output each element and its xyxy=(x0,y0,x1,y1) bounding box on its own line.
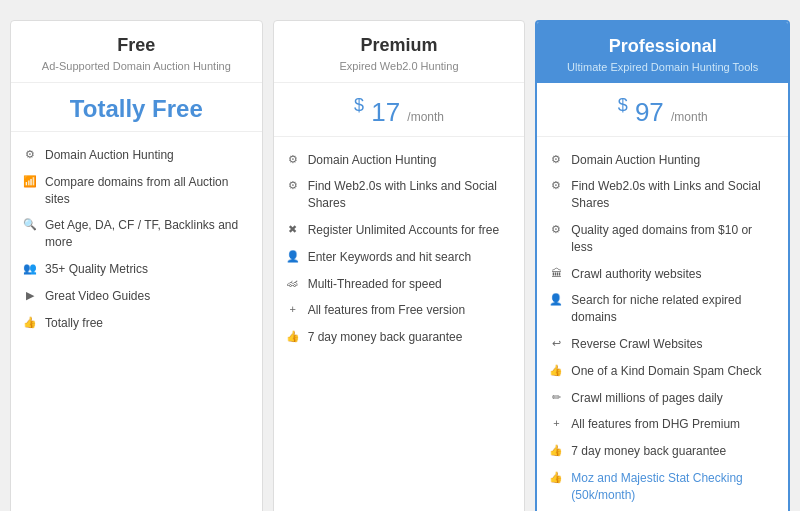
list-item: ⚙ Find Web2.0s with Links and Social Sha… xyxy=(286,173,513,217)
plan-subtitle-premium: Expired Web2.0 Hunting xyxy=(284,60,515,72)
feature-label: Moz and Majestic Stat Checking (50k/mont… xyxy=(571,470,776,504)
plan-header-premium: Premium Expired Web2.0 Hunting xyxy=(274,21,525,83)
settings-icon: ⚙ xyxy=(549,223,563,236)
price-period: /month xyxy=(407,110,444,124)
moz-majestic-link[interactable]: Moz and Majestic Stat Checking (50k/mont… xyxy=(571,471,742,502)
feature-label: Find Web2.0s with Links and Social Share… xyxy=(571,178,776,212)
settings-icon: ⚙ xyxy=(549,153,563,166)
list-item: 👤 Search for niche related expired domai… xyxy=(549,287,776,331)
thumbsup-icon: 👍 xyxy=(549,444,563,457)
price-amount: 97 xyxy=(635,97,664,127)
plan-price-free: Totally Free xyxy=(11,83,262,132)
settings-icon: ⚙ xyxy=(286,153,300,166)
list-item: 👍 7 day money back guarantee xyxy=(549,438,776,465)
plan-features-free: ⚙ Domain Auction Hunting 📶 Compare domai… xyxy=(11,132,262,511)
feature-label: 7 day money back guarantee xyxy=(571,443,776,460)
price-period: /month xyxy=(671,110,708,124)
feature-label: Great Video Guides xyxy=(45,288,250,305)
thumbsup-icon: 👍 xyxy=(286,330,300,343)
plan-features-premium: ⚙ Domain Auction Hunting ⚙ Find Web2.0s … xyxy=(274,137,525,511)
feature-label: Compare domains from all Auction sites xyxy=(45,174,250,208)
list-item: 📶 Compare domains from all Auction sites xyxy=(23,169,250,213)
thumbsup-icon: 👍 xyxy=(23,316,37,329)
feature-label: Totally free xyxy=(45,315,250,332)
list-item: + All features from DHG Premium xyxy=(549,411,776,438)
list-item: 👍 Totally free xyxy=(23,310,250,337)
thumbsup-icon: 👍 xyxy=(549,364,563,377)
feature-label: Reverse Crawl Websites xyxy=(571,336,776,353)
list-item: ⚙ Domain Auction Hunting xyxy=(549,147,776,174)
feature-label: All features from DHG Premium xyxy=(571,416,776,433)
feature-label: Get Age, DA, CF / TF, Backlinks and more xyxy=(45,217,250,251)
thumbsup-icon: 👍 xyxy=(549,471,563,484)
list-item: 👍 Moz and Majestic Stat Checking (50k/mo… xyxy=(549,465,776,509)
list-item: 🏎 Multi-Threaded for speed xyxy=(286,271,513,298)
feature-label: Find Web2.0s with Links and Social Share… xyxy=(308,178,513,212)
feature-label: Domain Auction Hunting xyxy=(571,152,776,169)
feature-label: Multi-Threaded for speed xyxy=(308,276,513,293)
bank-icon: 🏛 xyxy=(549,267,563,279)
feature-label: Register Unlimited Accounts for free xyxy=(308,222,513,239)
return-icon: ↩ xyxy=(549,337,563,350)
search-icon: 🔍 xyxy=(23,218,37,231)
plan-title-professional: Professional xyxy=(547,36,778,57)
feature-label: Crawl millions of pages daily xyxy=(571,390,776,407)
plus-icon: + xyxy=(549,417,563,429)
settings-icon: ⚙ xyxy=(23,148,37,161)
list-item: 🏛 Crawl authority websites xyxy=(549,261,776,288)
list-item: ⚙ Domain Auction Hunting xyxy=(286,147,513,174)
person-icon: 👤 xyxy=(549,293,563,306)
plus-icon: + xyxy=(286,303,300,315)
price-value-professional: $ 97 /month xyxy=(618,97,708,127)
feature-label: 7 day money back guarantee xyxy=(308,329,513,346)
settings-icon: ⚙ xyxy=(286,179,300,192)
chart-icon: 📶 xyxy=(23,175,37,188)
plan-subtitle-free: Ad-Supported Domain Auction Hunting xyxy=(21,60,252,72)
list-item: ⚙ Find Web2.0s with Links and Social Sha… xyxy=(549,173,776,217)
list-item: 👍 One of a Kind Domain Spam Check xyxy=(549,358,776,385)
plan-subtitle-professional: Ultimate Expired Domain Hunting Tools xyxy=(547,61,778,73)
feature-label: Domain Auction Hunting xyxy=(45,147,250,164)
list-item: 🔍 Get Age, DA, CF / TF, Backlinks and mo… xyxy=(23,212,250,256)
feature-label: Quality aged domains from $10 or less xyxy=(571,222,776,256)
price-amount: 17 xyxy=(371,97,400,127)
plan-card-professional: Professional Ultimate Expired Domain Hun… xyxy=(535,20,790,511)
pricing-container: Free Ad-Supported Domain Auction Hunting… xyxy=(10,20,790,511)
feature-label: All features from Free version xyxy=(308,302,513,319)
price-value-premium: $ 17 /month xyxy=(354,97,444,127)
plan-price-premium: $ 17 /month xyxy=(274,83,525,137)
list-item: ⚙ Quality aged domains from $10 or less xyxy=(549,217,776,261)
feature-label: Crawl authority websites xyxy=(571,266,776,283)
list-item: ⚙ Domain Auction Hunting xyxy=(23,142,250,169)
play-icon: ▶ xyxy=(23,289,37,302)
pencil-icon: ✏ xyxy=(549,391,563,404)
settings-icon: ⚙ xyxy=(549,179,563,192)
person-icon: 👤 xyxy=(286,250,300,263)
users-icon: 👥 xyxy=(23,262,37,275)
plan-title-premium: Premium xyxy=(284,35,515,56)
feature-label: Domain Auction Hunting xyxy=(308,152,513,169)
feature-label: Enter Keywords and hit search xyxy=(308,249,513,266)
plan-header-free: Free Ad-Supported Domain Auction Hunting xyxy=(11,21,262,83)
list-item: ↩ Reverse Crawl Websites xyxy=(549,331,776,358)
feature-label: One of a Kind Domain Spam Check xyxy=(571,363,776,380)
list-item: + All features from Free version xyxy=(286,297,513,324)
list-item: ✏ Crawl millions of pages daily xyxy=(549,385,776,412)
list-item: ▶ Great Video Guides xyxy=(23,283,250,310)
plan-title-free: Free xyxy=(21,35,252,56)
list-item: 👥 35+ Quality Metrics xyxy=(23,256,250,283)
feature-label: Search for niche related expired domains xyxy=(571,292,776,326)
plan-price-professional: $ 97 /month xyxy=(537,83,788,137)
feature-label: 35+ Quality Metrics xyxy=(45,261,250,278)
cross-icon: ✖ xyxy=(286,223,300,236)
plan-features-professional: ⚙ Domain Auction Hunting ⚙ Find Web2.0s … xyxy=(537,137,788,511)
plan-header-professional: Professional Ultimate Expired Domain Hun… xyxy=(537,22,788,83)
plan-card-free: Free Ad-Supported Domain Auction Hunting… xyxy=(10,20,263,511)
speed-icon: 🏎 xyxy=(286,277,300,289)
list-item: 👤 Enter Keywords and hit search xyxy=(286,244,513,271)
plan-card-premium: Premium Expired Web2.0 Hunting $ 17 /mon… xyxy=(273,20,526,511)
list-item: 👍 7 day money back guarantee xyxy=(286,324,513,351)
list-item: ✖ Register Unlimited Accounts for free xyxy=(286,217,513,244)
